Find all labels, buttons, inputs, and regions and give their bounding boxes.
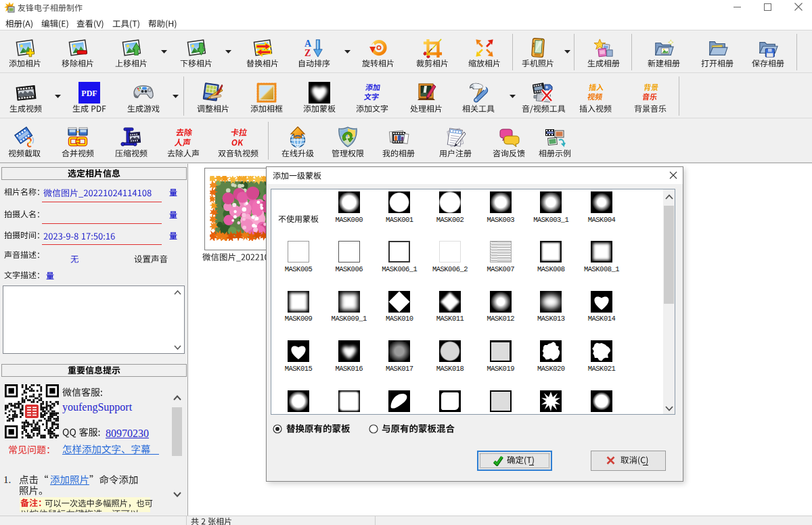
svg-text:Z: Z — [304, 47, 311, 58]
svg-text:PDF: PDF — [81, 89, 97, 98]
